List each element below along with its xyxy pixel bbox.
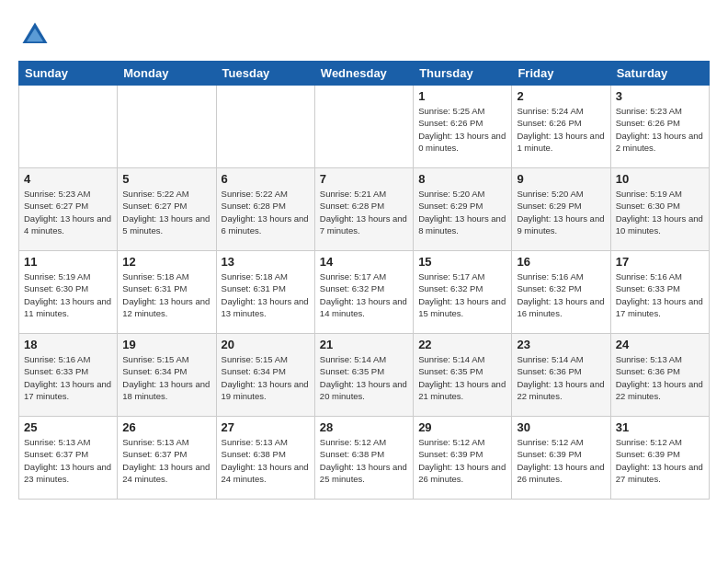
day-number: 31 [616,420,704,434]
weekday-header-wednesday: Wednesday [314,62,413,86]
day-number: 26 [122,420,210,434]
day-info: Sunrise: 5:15 AM Sunset: 6:34 PM Dayligh… [122,353,210,402]
weekday-header-sunday: Sunday [19,62,118,86]
day-number: 12 [122,255,210,269]
day-info: Sunrise: 5:14 AM Sunset: 6:35 PM Dayligh… [320,353,408,402]
calendar-cell: 4Sunrise: 5:23 AM Sunset: 6:27 PM Daylig… [19,168,118,251]
calendar-row-2: 4Sunrise: 5:23 AM Sunset: 6:27 PM Daylig… [19,168,710,251]
day-info: Sunrise: 5:14 AM Sunset: 6:36 PM Dayligh… [517,353,605,402]
day-info: Sunrise: 5:15 AM Sunset: 6:34 PM Dayligh… [222,353,310,402]
day-number: 18 [24,338,112,351]
day-info: Sunrise: 5:14 AM Sunset: 6:35 PM Dayligh… [418,353,506,402]
calendar-cell [118,86,216,168]
calendar-cell: 18Sunrise: 5:16 AM Sunset: 6:33 PM Dayli… [19,334,118,417]
day-info: Sunrise: 5:13 AM Sunset: 6:38 PM Dayligh… [222,436,310,485]
day-number: 13 [222,255,310,269]
day-info: Sunrise: 5:12 AM Sunset: 6:39 PM Dayligh… [616,436,704,485]
day-number: 30 [517,420,605,434]
day-info: Sunrise: 5:13 AM Sunset: 6:36 PM Dayligh… [616,353,704,402]
calendar-cell: 20Sunrise: 5:15 AM Sunset: 6:34 PM Dayli… [216,334,314,417]
day-info: Sunrise: 5:23 AM Sunset: 6:26 PM Dayligh… [616,105,704,154]
calendar-cell: 14Sunrise: 5:17 AM Sunset: 6:32 PM Dayli… [314,251,413,334]
day-info: Sunrise: 5:20 AM Sunset: 6:29 PM Dayligh… [418,188,506,236]
calendar-cell: 22Sunrise: 5:14 AM Sunset: 6:35 PM Dayli… [414,334,512,417]
day-number: 6 [222,172,310,186]
day-number: 11 [24,255,112,269]
calendar-cell: 30Sunrise: 5:12 AM Sunset: 6:39 PM Dayli… [512,417,610,500]
day-number: 22 [418,338,506,351]
day-number: 21 [320,338,408,351]
day-info: Sunrise: 5:20 AM Sunset: 6:29 PM Dayligh… [517,188,605,236]
calendar-cell: 1Sunrise: 5:25 AM Sunset: 6:26 PM Daylig… [414,86,512,168]
day-number: 25 [24,420,112,434]
day-number: 17 [616,255,704,269]
weekday-header-friday: Friday [512,62,610,86]
day-number: 3 [616,89,704,103]
day-number: 28 [320,420,408,434]
calendar-cell: 16Sunrise: 5:16 AM Sunset: 6:32 PM Dayli… [512,251,610,334]
calendar-cell: 19Sunrise: 5:15 AM Sunset: 6:34 PM Dayli… [118,334,216,417]
calendar-cell: 31Sunrise: 5:12 AM Sunset: 6:39 PM Dayli… [610,417,709,500]
calendar-cell: 24Sunrise: 5:13 AM Sunset: 6:36 PM Dayli… [610,334,709,417]
day-info: Sunrise: 5:12 AM Sunset: 6:39 PM Dayligh… [418,436,506,485]
page-header [18,18,710,52]
calendar-cell [19,86,118,168]
calendar-cell: 21Sunrise: 5:14 AM Sunset: 6:35 PM Dayli… [314,334,413,417]
calendar-cell: 3Sunrise: 5:23 AM Sunset: 6:26 PM Daylig… [610,86,709,168]
calendar-cell: 27Sunrise: 5:13 AM Sunset: 6:38 PM Dayli… [216,417,314,500]
day-info: Sunrise: 5:13 AM Sunset: 6:37 PM Dayligh… [24,436,112,485]
day-info: Sunrise: 5:25 AM Sunset: 6:26 PM Dayligh… [418,105,506,154]
day-info: Sunrise: 5:22 AM Sunset: 6:27 PM Dayligh… [122,188,210,236]
day-info: Sunrise: 5:16 AM Sunset: 6:32 PM Dayligh… [517,270,605,319]
calendar-cell: 17Sunrise: 5:16 AM Sunset: 6:33 PM Dayli… [610,251,709,334]
day-info: Sunrise: 5:13 AM Sunset: 6:37 PM Dayligh… [122,436,210,485]
day-info: Sunrise: 5:24 AM Sunset: 6:26 PM Dayligh… [517,105,605,154]
day-info: Sunrise: 5:21 AM Sunset: 6:28 PM Dayligh… [320,188,408,236]
day-info: Sunrise: 5:12 AM Sunset: 6:38 PM Dayligh… [320,436,408,485]
day-number: 24 [616,338,704,351]
day-info: Sunrise: 5:12 AM Sunset: 6:39 PM Dayligh… [517,436,605,485]
calendar-cell [314,86,413,168]
weekday-header-monday: Monday [118,62,216,86]
weekday-header-tuesday: Tuesday [216,62,314,86]
calendar-row-3: 11Sunrise: 5:19 AM Sunset: 6:30 PM Dayli… [19,251,710,334]
calendar-cell: 7Sunrise: 5:21 AM Sunset: 6:28 PM Daylig… [314,168,413,251]
day-info: Sunrise: 5:17 AM Sunset: 6:32 PM Dayligh… [418,270,506,319]
day-info: Sunrise: 5:22 AM Sunset: 6:28 PM Dayligh… [222,188,310,236]
day-info: Sunrise: 5:23 AM Sunset: 6:27 PM Dayligh… [24,188,112,236]
day-info: Sunrise: 5:18 AM Sunset: 6:31 PM Dayligh… [222,270,310,319]
day-number: 23 [517,338,605,351]
day-info: Sunrise: 5:18 AM Sunset: 6:31 PM Dayligh… [122,270,210,319]
day-number: 20 [222,338,310,351]
day-number: 2 [517,89,605,103]
day-number: 7 [320,172,408,186]
day-info: Sunrise: 5:17 AM Sunset: 6:32 PM Dayligh… [320,270,408,319]
day-number: 29 [418,420,506,434]
day-info: Sunrise: 5:19 AM Sunset: 6:30 PM Dayligh… [616,188,704,236]
calendar-cell: 6Sunrise: 5:22 AM Sunset: 6:28 PM Daylig… [216,168,314,251]
day-info: Sunrise: 5:16 AM Sunset: 6:33 PM Dayligh… [616,270,704,319]
weekday-header-thursday: Thursday [414,62,512,86]
calendar-cell: 29Sunrise: 5:12 AM Sunset: 6:39 PM Dayli… [414,417,512,500]
calendar-cell: 28Sunrise: 5:12 AM Sunset: 6:38 PM Dayli… [314,417,413,500]
day-number: 14 [320,255,408,269]
day-number: 5 [122,172,210,186]
weekday-header-saturday: Saturday [610,62,709,86]
calendar-cell: 23Sunrise: 5:14 AM Sunset: 6:36 PM Dayli… [512,334,610,417]
day-number: 4 [24,172,112,186]
calendar-cell: 26Sunrise: 5:13 AM Sunset: 6:37 PM Dayli… [118,417,216,500]
weekday-header-row: SundayMondayTuesdayWednesdayThursdayFrid… [19,62,710,86]
day-number: 10 [616,172,704,186]
calendar-cell: 15Sunrise: 5:17 AM Sunset: 6:32 PM Dayli… [414,251,512,334]
day-number: 27 [222,420,310,434]
day-number: 8 [418,172,506,186]
calendar-cell: 12Sunrise: 5:18 AM Sunset: 6:31 PM Dayli… [118,251,216,334]
calendar-table: SundayMondayTuesdayWednesdayThursdayFrid… [18,61,710,500]
logo [18,18,55,52]
day-number: 16 [517,255,605,269]
day-number: 19 [122,338,210,351]
calendar-cell: 11Sunrise: 5:19 AM Sunset: 6:30 PM Dayli… [19,251,118,334]
day-number: 1 [418,89,506,103]
calendar-row-4: 18Sunrise: 5:16 AM Sunset: 6:33 PM Dayli… [19,334,710,417]
calendar-cell [216,86,314,168]
